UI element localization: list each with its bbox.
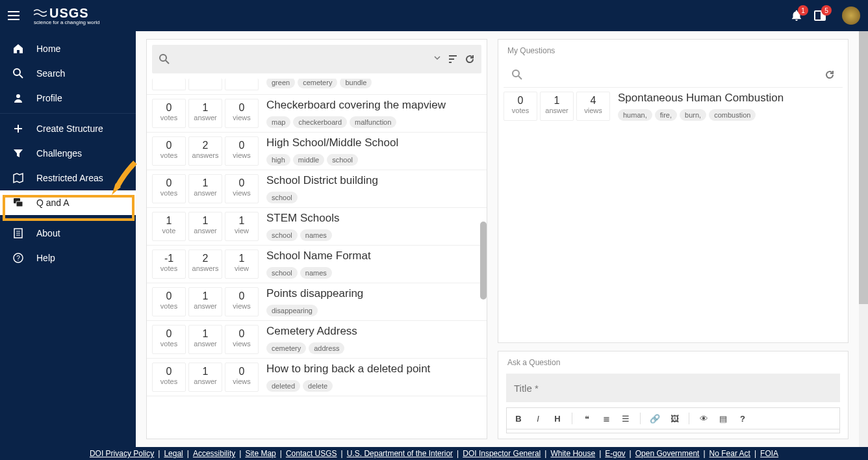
tag[interactable]: green [266, 79, 295, 88]
avatar[interactable] [842, 6, 860, 25]
main-content: greencemeterybundle 0votes 1answer 0view… [136, 31, 859, 447]
svg-point-15 [513, 70, 519, 77]
footer-link[interactable]: No Fear Act [709, 449, 750, 458]
page-scrollbar[interactable] [859, 31, 868, 447]
footer-link[interactable]: Open Government [635, 449, 700, 458]
scrollbar-thumb[interactable] [480, 222, 487, 300]
split-icon[interactable]: ▤ [715, 414, 731, 424]
sidebar-item-home[interactable]: Home [0, 36, 136, 61]
notifications-panel[interactable]: 5 [813, 9, 826, 22]
question-title: Points disappearing [266, 287, 481, 300]
tag[interactable]: names [300, 229, 332, 241]
tag[interactable]: address [309, 342, 344, 354]
usgs-logo: USGS science for a changing world [34, 6, 99, 25]
image-icon[interactable]: 🖼 [667, 414, 682, 424]
sidebar-item-person[interactable]: Profile [0, 86, 136, 110]
tag[interactable]: burn, [680, 109, 706, 121]
dropdown-icon[interactable] [433, 54, 441, 62]
my-questions-header: My Questions [498, 40, 848, 62]
question-row[interactable]: 1vote 1answer 1view STEM Schools schooln… [147, 208, 487, 246]
my-questions-search[interactable] [504, 62, 843, 88]
question-row[interactable]: 0votes 1answer 0views Points disappearin… [147, 283, 487, 321]
footer-link[interactable]: Legal [164, 449, 183, 458]
tag[interactable]: human, [618, 109, 652, 121]
question-row[interactable]: 0votes 1answer 0views How to bring back … [147, 359, 487, 396]
link-icon[interactable]: 🔗 [647, 414, 663, 424]
notifications-bell[interactable]: 1 [790, 9, 803, 22]
sidebar-item-qa[interactable]: Q and A [0, 190, 136, 215]
tag[interactable]: bundle [340, 79, 372, 88]
tag[interactable]: school [327, 154, 358, 166]
question-title: School Name Format [266, 249, 481, 262]
bold-icon[interactable]: B [511, 414, 526, 424]
about-icon [10, 227, 26, 240]
question-row[interactable]: 0votes 2answers 0views High School/Middl… [147, 133, 487, 170]
question-row[interactable]: -1votes 2answers 1view School Name Forma… [147, 246, 487, 283]
tag[interactable]: disappearing [266, 305, 318, 316]
tag[interactable]: middle [293, 154, 324, 166]
bell-badge: 1 [798, 5, 808, 16]
heading-icon[interactable]: H [550, 414, 565, 424]
ul-icon[interactable]: ≣ [598, 414, 614, 424]
svg-text:?: ? [16, 255, 20, 262]
tag[interactable]: high [266, 154, 290, 166]
footer-link[interactable]: Contact USGS [286, 449, 337, 458]
question-title: Checkerboard covering the mapview [266, 99, 481, 112]
quote-icon[interactable]: ❝ [579, 414, 594, 424]
sidebar-item-label: Home [36, 44, 60, 54]
sidebar-item-help[interactable]: ? Help [0, 246, 136, 270]
question-row[interactable]: 0votes 1answer 0views School District bu… [147, 170, 487, 208]
tag[interactable]: names [300, 267, 332, 279]
partial-row: greencemeterybundle [147, 79, 487, 95]
plus-icon [10, 122, 26, 135]
refresh-icon[interactable] [465, 54, 475, 64]
italic-icon[interactable]: I [530, 414, 546, 424]
question-row[interactable]: 0votes 1answer 0views Checkerboard cover… [147, 95, 487, 133]
question-row[interactable]: 0votes 1answer 0views Cemetery Address c… [147, 321, 487, 359]
help-icon[interactable]: ? [735, 414, 750, 424]
footer-link[interactable]: DOI Privacy Policy [90, 449, 154, 458]
tag[interactable]: malfunction [350, 116, 396, 128]
refresh-icon[interactable] [824, 70, 835, 80]
ol-icon[interactable]: ☰ [618, 414, 633, 424]
tag[interactable]: school [266, 229, 298, 241]
tag[interactable]: school [266, 192, 298, 203]
tag[interactable]: fire, [655, 109, 677, 121]
sidebar-item-label: Create Structure [36, 123, 103, 134]
svg-line-14 [166, 60, 169, 64]
question-title: How to bring back a deleted point [266, 363, 481, 376]
tag[interactable]: cemetery [298, 79, 337, 88]
tag[interactable]: deleted [266, 380, 300, 392]
sidebar: Home Search Profile Create Structure Cha… [0, 31, 136, 447]
questions-search[interactable] [152, 45, 481, 73]
tag[interactable]: checkerboard [293, 116, 347, 128]
tag[interactable]: delete [303, 380, 333, 392]
sidebar-item-plus[interactable]: Create Structure [0, 116, 136, 141]
sidebar-item-search[interactable]: Search [0, 61, 136, 86]
logo-tagline: science for a changing world [34, 19, 99, 25]
sidebar-item-about[interactable]: About [0, 221, 136, 246]
ask-header: Ask a Question [498, 351, 848, 374]
sidebar-item-label: Challenges [36, 148, 82, 159]
preview-icon[interactable]: 👁 [696, 414, 711, 424]
sidebar-item-filter[interactable]: Challenges [0, 141, 136, 166]
menu-icon[interactable] [8, 8, 23, 23]
footer-link[interactable]: White House [550, 449, 595, 458]
footer-link[interactable]: FOIA [760, 449, 778, 458]
footer-link[interactable]: U.S. Department of the Interior [347, 449, 453, 458]
qa-icon [10, 196, 26, 209]
tag[interactable]: cemetery [266, 342, 306, 354]
my-question-row[interactable]: 0votes 1answer 4views Spontaneous Human … [498, 88, 848, 125]
footer-link[interactable]: E-gov [605, 449, 625, 458]
sidebar-item-map[interactable]: Restricted Areas [0, 166, 136, 190]
tag[interactable]: map [266, 116, 290, 128]
footer-link[interactable]: Site Map [245, 449, 275, 458]
svg-line-3 [19, 75, 23, 78]
footer-link[interactable]: DOI Inspector General [463, 449, 541, 458]
ask-title-input[interactable] [506, 374, 840, 402]
footer-link[interactable]: Accessibility [193, 449, 235, 458]
my-questions-panel: My Questions 0votes 1answer 4views Spont… [498, 39, 849, 343]
tag[interactable]: combustion [709, 109, 756, 121]
sort-icon[interactable] [448, 54, 458, 64]
tag[interactable]: school [266, 267, 298, 279]
